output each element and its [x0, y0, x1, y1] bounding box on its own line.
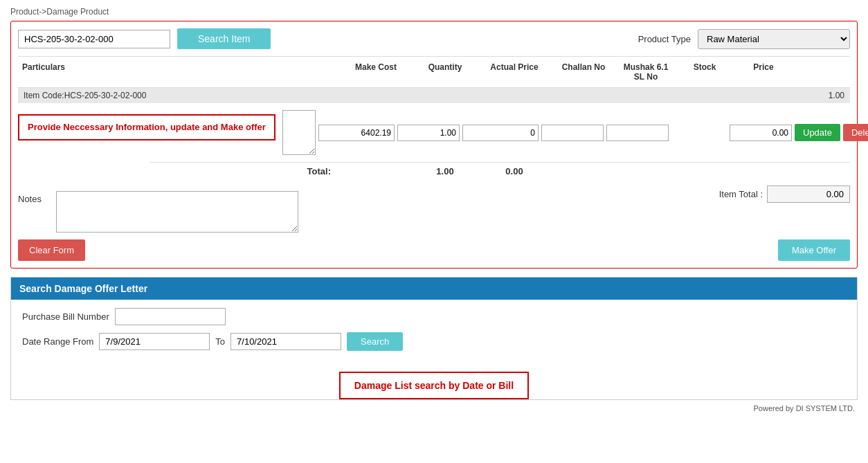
make-offer-button[interactable]: Make Offer — [778, 239, 850, 261]
th-challan-no: Challan No — [552, 60, 615, 84]
item-code-row: Item Code:HCS-205-30-2-02-000 1.00 — [18, 88, 850, 103]
th-price: Price — [732, 60, 795, 84]
search-item-button[interactable]: Search Item — [177, 28, 271, 49]
delete-button[interactable]: Delete — [843, 124, 868, 141]
date-from-input[interactable] — [99, 333, 210, 350]
annotation-box: Provide Neccessary Information, update a… — [18, 114, 275, 140]
breadcrumb: Product->Damage Product — [10, 7, 858, 17]
row-actions: Update Delete — [795, 124, 850, 141]
item-total-input[interactable] — [767, 185, 850, 203]
date-range-label: Date Range From — [22, 336, 93, 347]
notes-textarea[interactable] — [56, 191, 298, 233]
th-mushak: Mushak 6.1 SL No — [615, 60, 677, 84]
search-section-header: Search Damage Offer Letter — [11, 278, 857, 300]
update-button[interactable]: Update — [795, 124, 840, 141]
notes-label: Notes — [18, 194, 49, 204]
purchase-bill-label: Purchase Bill Number — [22, 311, 109, 322]
damage-annotation-box: Damage List search by Date or Bill — [339, 372, 529, 399]
th-actions — [795, 60, 850, 84]
item-code-label: Item Code:HCS-205-30-2-02-000 — [24, 91, 146, 100]
main-panel: Search Item Product Type Raw Material Fi… — [10, 21, 858, 269]
total-label: Total: — [150, 166, 338, 176]
damage-annotation-area: Damage List search by Date or Bill — [11, 372, 857, 399]
particulars-textarea[interactable] — [282, 110, 316, 155]
purchase-bill-row: Purchase Bill Number — [22, 308, 846, 325]
total-quantity: 1.00 — [414, 166, 476, 176]
price-input[interactable] — [730, 125, 792, 141]
total-make-cost — [338, 166, 414, 176]
top-row: Search Item Product Type Raw Material Fi… — [18, 28, 850, 49]
item-total-label: Item Total : — [719, 189, 763, 199]
total-actual-price: 0.00 — [476, 166, 552, 176]
actual-price-input[interactable] — [462, 125, 539, 141]
search-section: Search Damage Offer Letter Purchase Bill… — [10, 277, 858, 400]
action-row: Clear Form Make Offer — [18, 239, 850, 261]
notes-row: Notes — [18, 191, 298, 233]
mushak-input[interactable] — [606, 125, 669, 141]
stock-display: 1.00 — [829, 91, 844, 100]
quantity-input[interactable] — [397, 125, 460, 141]
th-actual-price: Actual Price — [476, 60, 552, 84]
item-total-row: Item Total : — [719, 185, 850, 203]
date-range-row: Date Range From To Search — [22, 332, 846, 351]
date-to-label: To — [215, 336, 225, 347]
th-make-cost: Make Cost — [338, 60, 414, 84]
total-row: Total: 1.00 0.00 — [150, 162, 850, 180]
th-quantity: Quantity — [414, 60, 476, 84]
date-to-input[interactable] — [230, 333, 341, 350]
clear-form-button[interactable]: Clear Form — [18, 239, 85, 261]
th-stock: Stock — [677, 60, 732, 84]
purchase-bill-input[interactable] — [115, 308, 226, 325]
product-type-label: Product Type — [638, 34, 691, 44]
table-header: Particulars Make Cost Quantity Actual Pr… — [18, 56, 850, 88]
make-cost-input[interactable] — [318, 125, 395, 141]
search-button[interactable]: Search — [347, 332, 403, 351]
footer: Powered by DI SYSTEM LTD. — [10, 404, 858, 412]
th-particulars: Particulars — [18, 60, 338, 84]
challan-no-input[interactable] — [541, 125, 604, 141]
search-body: Purchase Bill Number Date Range From To … — [11, 300, 857, 366]
item-code-input[interactable] — [18, 30, 170, 48]
product-type-select[interactable]: Raw Material Finished Goods Semi Finishe… — [698, 29, 850, 49]
